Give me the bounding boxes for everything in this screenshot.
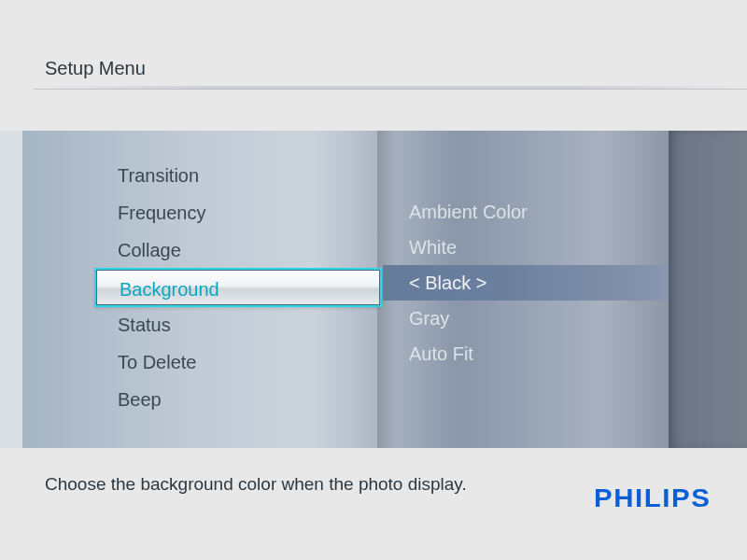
brand-logo: PHILIPS: [594, 483, 711, 513]
options-list: Ambient Color White < Black > Gray Auto …: [383, 194, 669, 371]
header: Setup Menu: [0, 0, 747, 131]
page-title: Setup Menu: [45, 58, 146, 79]
menu-item-to-delete[interactable]: To Delete: [101, 343, 381, 381]
menu-item-background[interactable]: Background: [95, 269, 381, 306]
option-gray[interactable]: Gray: [383, 301, 669, 336]
menu-item-beep[interactable]: Beep: [101, 381, 381, 418]
help-text: Choose the background color when the pho…: [45, 474, 467, 495]
menu-item-status[interactable]: Status: [101, 306, 381, 343]
option-black[interactable]: < Black >: [383, 265, 669, 301]
option-auto-fit[interactable]: Auto Fit: [383, 336, 669, 371]
option-ambient-color[interactable]: Ambient Color: [383, 194, 669, 230]
footer: Choose the background color when the pho…: [0, 448, 747, 560]
menu-item-frequency[interactable]: Frequency: [101, 194, 381, 231]
main-panel: Transition Frequency Collage Background …: [0, 131, 747, 448]
menu-item-collage[interactable]: Collage: [101, 231, 381, 269]
header-divider: [34, 86, 747, 90]
option-white[interactable]: White: [383, 230, 669, 265]
menu-item-transition[interactable]: Transition: [101, 157, 381, 194]
settings-menu: Transition Frequency Collage Background …: [101, 157, 381, 418]
panel-right-shade: [669, 131, 747, 448]
